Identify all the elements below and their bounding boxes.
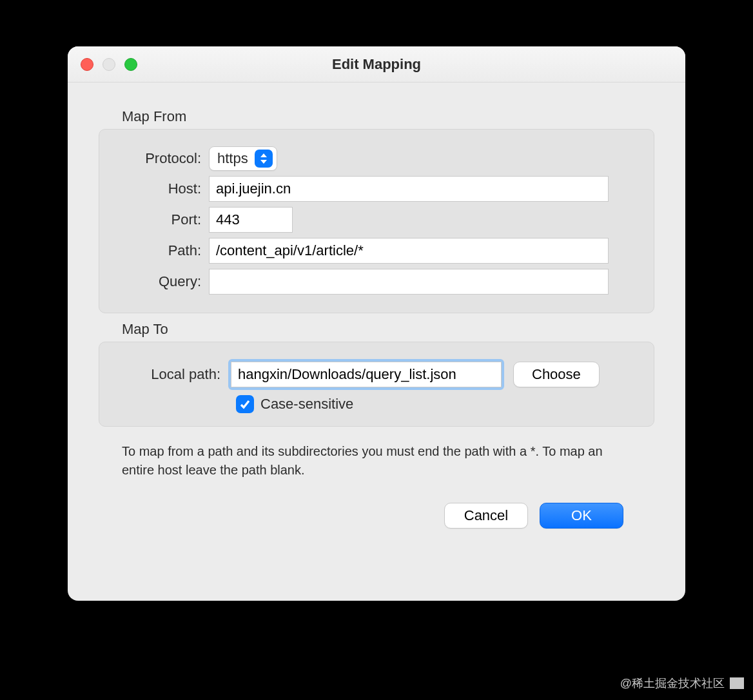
- case-sensitive-checkbox[interactable]: [236, 395, 254, 413]
- watermark-icon: [730, 677, 744, 689]
- cancel-button[interactable]: Cancel: [444, 503, 528, 529]
- query-label: Query:: [112, 273, 209, 290]
- query-row: Query:: [112, 269, 641, 295]
- choose-button[interactable]: Choose: [513, 362, 600, 387]
- ok-button[interactable]: OK: [540, 503, 623, 529]
- watermark-text: @稀土掘金技术社区: [620, 676, 725, 691]
- map-to-label: Map To: [122, 321, 654, 338]
- zoom-icon[interactable]: [124, 58, 137, 71]
- query-input[interactable]: [209, 269, 609, 295]
- protocol-label: Protocol:: [112, 150, 209, 167]
- titlebar: Edit Mapping: [68, 46, 685, 83]
- protocol-select[interactable]: https: [209, 146, 277, 171]
- map-from-label: Map From: [122, 108, 654, 125]
- local-path-row: Local path: Choose: [112, 359, 641, 390]
- hint-text: To map from a path and its subdirectorie…: [122, 442, 631, 480]
- dialog-footer: Cancel OK: [99, 480, 654, 529]
- dialog-body: Map From Protocol: https Host: Port:: [68, 83, 685, 541]
- watermark: @稀土掘金技术社区: [620, 676, 744, 691]
- local-path-input[interactable]: [231, 362, 502, 387]
- case-sensitive-row: Case-sensitive: [236, 395, 641, 413]
- local-path-focus-ring: [228, 359, 504, 390]
- minimize-icon: [103, 58, 115, 71]
- map-to-group: Local path: Choose Case-sensitive: [99, 342, 654, 427]
- host-input[interactable]: [209, 176, 609, 202]
- dialog-window: Edit Mapping Map From Protocol: https Ho…: [68, 46, 685, 601]
- port-label: Port:: [112, 211, 209, 228]
- traffic-lights: [81, 58, 137, 71]
- path-label: Path:: [112, 242, 209, 259]
- chevron-up-down-icon: [255, 150, 273, 168]
- close-icon[interactable]: [81, 58, 93, 71]
- window-title: Edit Mapping: [332, 56, 421, 73]
- path-row: Path:: [112, 238, 641, 264]
- port-row: Port:: [112, 207, 641, 233]
- host-label: Host:: [112, 180, 209, 197]
- protocol-value: https: [217, 150, 255, 167]
- port-input[interactable]: [209, 207, 293, 233]
- protocol-row: Protocol: https: [112, 146, 641, 171]
- local-path-label: Local path:: [112, 366, 228, 383]
- case-sensitive-label: Case-sensitive: [260, 396, 353, 413]
- host-row: Host:: [112, 176, 641, 202]
- path-input[interactable]: [209, 238, 609, 264]
- map-from-group: Protocol: https Host: Port: Path:: [99, 129, 654, 313]
